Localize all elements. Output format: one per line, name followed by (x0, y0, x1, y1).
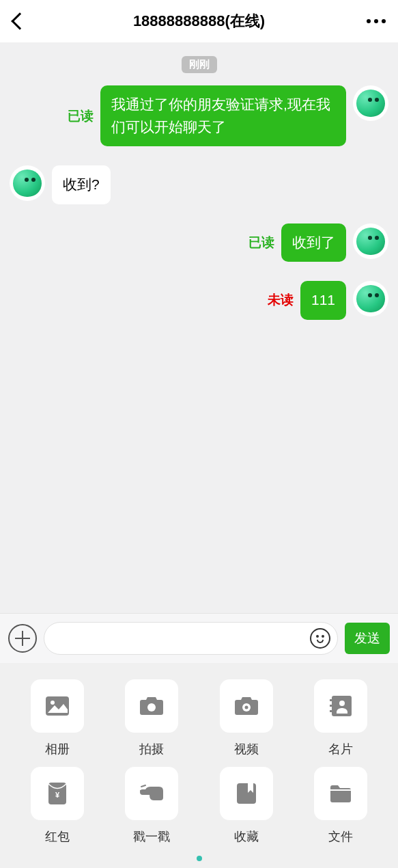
svg-rect-6 (330, 699, 332, 701)
message-row: 未读 111 (10, 281, 388, 320)
input-bar: 发送 (0, 613, 398, 663)
svg-point-2 (147, 703, 156, 711)
action-panel: 相册 拍摄 视频 名片 ¥ 红包 (0, 663, 398, 868)
message-row: 已读 收到了 (10, 223, 388, 262)
chat-scroll[interactable]: 刚刚 已读 我通过了你的朋友验证请求,现在我们可以开始聊天了 收到? 已读 收到… (0, 42, 398, 613)
emoji-icon[interactable] (310, 628, 330, 649)
camera-icon (125, 679, 178, 733)
action-label: 红包 (45, 828, 70, 845)
card-icon (314, 679, 367, 733)
plus-button[interactable] (8, 624, 37, 653)
action-album[interactable]: 相册 (31, 679, 84, 757)
avatar-self[interactable] (353, 281, 388, 316)
send-button[interactable]: 发送 (345, 623, 390, 654)
action-redpacket[interactable]: ¥ 红包 (31, 767, 84, 845)
text-field[interactable] (55, 623, 310, 654)
svg-rect-13 (330, 789, 351, 791)
action-label: 收藏 (234, 828, 259, 845)
message-bubble[interactable]: 我通过了你的朋友验证请求,现在我们可以开始聊天了 (100, 85, 346, 146)
poke-icon (125, 767, 178, 820)
message-bubble[interactable]: 111 (300, 281, 346, 320)
action-poke[interactable]: 戳一戳 (125, 767, 178, 845)
action-label: 相册 (45, 741, 70, 757)
message-bubble[interactable]: 收到? (52, 165, 111, 204)
redpacket-icon: ¥ (31, 767, 84, 820)
more-button[interactable] (367, 19, 386, 23)
avatar-self[interactable] (353, 223, 388, 259)
header: 18888888888(在线) (0, 0, 398, 42)
video-icon (220, 679, 273, 733)
timestamp-pill: 刚刚 (182, 56, 217, 73)
avatar-self[interactable] (353, 85, 388, 121)
svg-point-1 (51, 701, 55, 705)
message-bubble[interactable]: 收到了 (281, 223, 346, 262)
page-indicator (14, 856, 384, 861)
avatar-other[interactable] (10, 165, 45, 201)
svg-rect-7 (330, 705, 332, 707)
svg-text:¥: ¥ (55, 791, 60, 799)
svg-point-4 (244, 706, 248, 709)
action-video[interactable]: 视频 (220, 679, 273, 757)
action-label: 拍摄 (139, 741, 164, 757)
action-label: 文件 (328, 828, 353, 845)
svg-rect-8 (330, 710, 332, 712)
message-input[interactable] (44, 622, 338, 655)
action-card[interactable]: 名片 (314, 679, 367, 757)
action-favorite[interactable]: 收藏 (220, 767, 273, 845)
image-icon (31, 679, 84, 733)
message-row: 收到? (10, 165, 388, 204)
folder-icon (314, 767, 367, 820)
svg-point-9 (339, 701, 345, 706)
read-status: 已读 (248, 234, 274, 252)
action-label: 戳一戳 (133, 828, 170, 845)
action-label: 视频 (234, 741, 259, 757)
action-label: 名片 (328, 741, 353, 757)
action-file[interactable]: 文件 (314, 767, 367, 845)
read-status: 已读 (68, 107, 94, 125)
action-shoot[interactable]: 拍摄 (125, 679, 178, 757)
back-icon[interactable] (11, 12, 28, 29)
message-row: 已读 我通过了你的朋友验证请求,现在我们可以开始聊天了 (10, 85, 388, 146)
bookmark-icon (220, 767, 273, 820)
unread-status: 未读 (268, 291, 294, 309)
chat-title: 18888888888(在线) (133, 11, 265, 31)
